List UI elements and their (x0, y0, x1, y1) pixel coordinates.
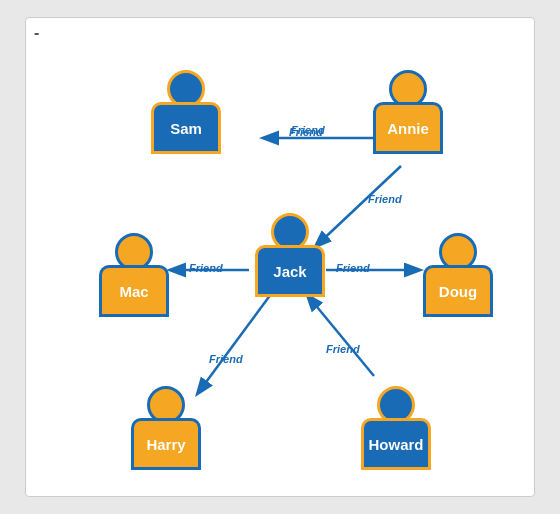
person-mac: Mac (94, 233, 174, 317)
person-annie: Annie (368, 70, 448, 154)
harry-body: Harry (131, 418, 201, 470)
fl1: Friend (289, 126, 323, 138)
person-doug: Doug (418, 233, 498, 317)
howard-body: Howard (361, 418, 431, 470)
mac-body: Mac (99, 265, 169, 317)
sam-body: Sam (151, 102, 221, 154)
friend-label-jack-mac: Friend (189, 262, 223, 274)
diagram-container: - Friend Friend Friend Friend Friend Fri… (25, 17, 535, 497)
person-howard: Howard (356, 386, 436, 470)
friend-label-annie-jack: Friend (368, 193, 402, 205)
annie-body: Annie (373, 102, 443, 154)
friend-label-jack-doug: Friend (336, 262, 370, 274)
jack-body: Jack (255, 245, 325, 297)
minimize-button[interactable]: - (34, 24, 39, 42)
doug-body: Doug (423, 265, 493, 317)
svg-line-5 (308, 296, 374, 376)
person-jack: Jack (250, 213, 330, 297)
person-harry: Harry (126, 386, 206, 470)
person-sam: Sam (146, 70, 226, 154)
friend-label-howard-jack: Friend (326, 343, 360, 355)
friend-label-jack-harry: Friend (209, 353, 243, 365)
svg-line-4 (198, 294, 271, 393)
